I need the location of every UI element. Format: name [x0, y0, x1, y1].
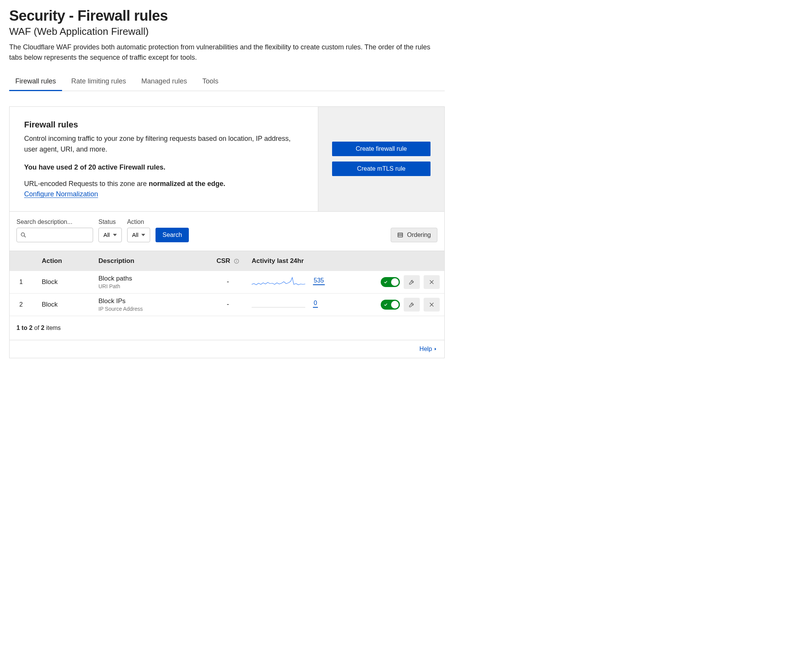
search-input[interactable] [17, 228, 93, 242]
action-value: All [132, 232, 139, 238]
normalization-bold: normalized at the edge. [148, 180, 225, 188]
svg-point-7 [236, 260, 237, 260]
usage-line: You have used 2 of 20 active Firewall ru… [24, 163, 303, 171]
rules-toolbar: Search description... Status All Action … [10, 211, 444, 251]
svg-rect-2 [398, 233, 403, 237]
action-select[interactable]: All [127, 228, 150, 242]
info-icon[interactable] [234, 258, 239, 264]
row-csr: - [209, 293, 247, 316]
col-description: Description [94, 251, 209, 271]
svg-point-0 [21, 233, 25, 236]
enable-toggle[interactable] [381, 277, 400, 287]
activity-count-link[interactable]: 0 [313, 300, 318, 308]
tab-firewall-rules[interactable]: Firewall rules [15, 74, 56, 91]
enable-toggle[interactable] [381, 300, 400, 309]
delete-rule-button[interactable] [424, 298, 440, 311]
col-action: Action [32, 251, 94, 271]
action-label: Action [127, 219, 150, 225]
page-subtitle: WAF (Web Application Firewall) [9, 26, 445, 37]
page-title: Security - Firewall rules [9, 8, 445, 24]
panel-title: Firewall rules [24, 120, 303, 130]
table-row: 1 Block Block paths URI Path - 535 [10, 271, 444, 294]
row-index: 1 [10, 271, 32, 294]
help-link[interactable]: Help [419, 346, 437, 353]
panel-intro: Control incoming traffic to your zone by… [24, 134, 303, 155]
search-icon [20, 232, 27, 238]
row-csr: - [209, 271, 247, 294]
search-button[interactable]: Search [155, 228, 189, 242]
status-label: Status [98, 219, 122, 225]
delete-rule-button[interactable] [424, 275, 440, 289]
chevron-right-icon [434, 347, 437, 351]
ordering-label: Ordering [407, 232, 431, 239]
row-action: Block [32, 271, 94, 294]
configure-normalization-link[interactable]: Configure Normalization [24, 190, 98, 198]
row-desc-title: Block paths [98, 275, 204, 282]
chevron-down-icon [113, 234, 117, 236]
row-desc-sub: URI Path [98, 283, 204, 289]
tab-managed-rules[interactable]: Managed rules [142, 74, 187, 91]
sparkline-icon [252, 299, 305, 309]
list-icon [397, 232, 403, 238]
wrench-icon [408, 279, 415, 286]
row-action: Block [32, 293, 94, 316]
edit-rule-button[interactable] [404, 298, 420, 311]
table-row: 2 Block Block IPs IP Source Address - 0 [10, 293, 444, 316]
page-description: The Cloudflare WAF provides both automat… [9, 42, 445, 63]
help-label: Help [419, 346, 432, 353]
sparkline-icon [252, 276, 305, 287]
close-icon [429, 302, 435, 308]
close-icon [429, 279, 435, 285]
tab-rate-limiting-rules[interactable]: Rate limiting rules [71, 74, 126, 91]
col-csr: CSR [209, 251, 247, 271]
create-firewall-rule-button[interactable]: Create firewall rule [332, 141, 431, 156]
row-index: 2 [10, 293, 32, 316]
edit-rule-button[interactable] [404, 275, 420, 289]
pagination-summary: 1 to 2 of 2 items [17, 324, 61, 331]
create-mtls-rule-button[interactable]: Create mTLS rule [332, 161, 431, 176]
chevron-down-icon [142, 234, 145, 236]
firewall-rules-card: Firewall rules Control incoming traffic … [9, 106, 445, 358]
row-desc-title: Block IPs [98, 298, 204, 305]
normalization-line: URL-encoded Requests to this zone are no… [24, 180, 303, 188]
tab-bar: Firewall rules Rate limiting rules Manag… [9, 74, 445, 91]
svg-marker-13 [435, 348, 436, 350]
status-select[interactable]: All [98, 228, 122, 242]
tab-tools[interactable]: Tools [202, 74, 218, 91]
status-value: All [103, 232, 110, 238]
col-activity: Activity last 24hr [247, 251, 347, 271]
check-icon [383, 303, 388, 307]
ordering-button[interactable]: Ordering [391, 228, 437, 242]
activity-count-link[interactable]: 535 [313, 277, 325, 285]
rules-table: Action Description CSR Activity last 24h… [10, 251, 444, 316]
normalization-prefix: URL-encoded Requests to this zone are [24, 180, 148, 188]
row-desc-sub: IP Source Address [98, 306, 204, 312]
search-label: Search description... [17, 219, 93, 225]
wrench-icon [408, 301, 415, 308]
svg-line-1 [24, 236, 26, 237]
col-csr-label: CSR [216, 257, 230, 264]
check-icon [383, 280, 388, 284]
